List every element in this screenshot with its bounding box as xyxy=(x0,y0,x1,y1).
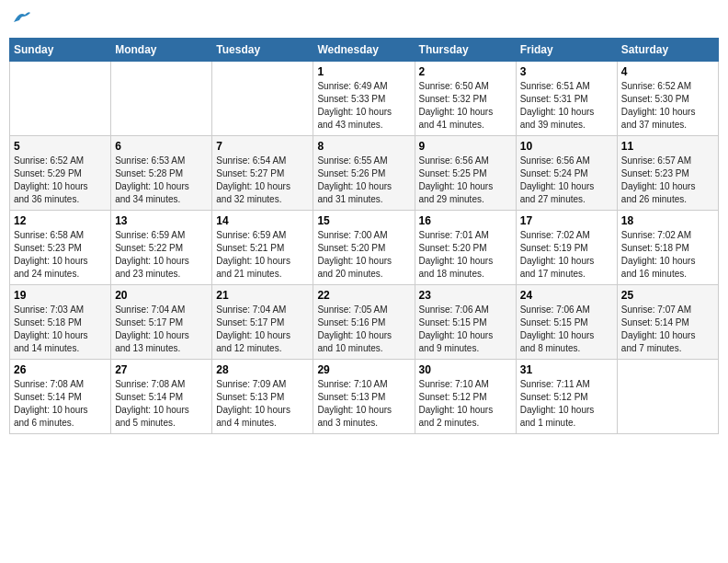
logo-bird-icon xyxy=(12,9,32,30)
weekday-header-friday: Friday xyxy=(516,39,617,62)
calendar-cell: 24Sunrise: 7:06 AM Sunset: 5:15 PM Dayli… xyxy=(516,285,617,360)
day-number: 15 xyxy=(317,214,410,227)
day-number: 20 xyxy=(115,289,208,302)
calendar-week-row: 1Sunrise: 6:49 AM Sunset: 5:33 PM Daylig… xyxy=(10,62,719,136)
calendar-cell: 4Sunrise: 6:52 AM Sunset: 5:30 PM Daylig… xyxy=(617,62,718,136)
day-info: Sunrise: 6:57 AM Sunset: 5:23 PM Dayligh… xyxy=(621,155,714,206)
day-info: Sunrise: 7:11 AM Sunset: 5:12 PM Dayligh… xyxy=(520,378,613,430)
logo xyxy=(9,9,32,30)
day-info: Sunrise: 6:59 AM Sunset: 5:22 PM Dayligh… xyxy=(115,229,208,281)
calendar-cell: 12Sunrise: 6:58 AM Sunset: 5:23 PM Dayli… xyxy=(10,211,111,285)
day-number: 28 xyxy=(216,363,309,376)
day-number: 27 xyxy=(115,363,208,376)
day-number: 2 xyxy=(419,65,512,78)
weekday-header-wednesday: Wednesday xyxy=(313,39,415,62)
calendar-week-row: 26Sunrise: 7:08 AM Sunset: 5:14 PM Dayli… xyxy=(10,360,719,434)
day-number: 7 xyxy=(216,140,309,153)
weekday-header-thursday: Thursday xyxy=(415,39,516,62)
calendar-cell: 15Sunrise: 7:00 AM Sunset: 5:20 PM Dayli… xyxy=(313,211,415,285)
day-number: 22 xyxy=(317,289,410,302)
day-number: 25 xyxy=(621,289,714,302)
day-info: Sunrise: 7:10 AM Sunset: 5:13 PM Dayligh… xyxy=(317,378,410,430)
day-number: 18 xyxy=(621,214,714,227)
day-number: 30 xyxy=(419,363,512,376)
calendar-cell: 2Sunrise: 6:50 AM Sunset: 5:32 PM Daylig… xyxy=(415,62,516,136)
calendar-cell: 7Sunrise: 6:54 AM Sunset: 5:27 PM Daylig… xyxy=(212,136,313,211)
day-info: Sunrise: 6:56 AM Sunset: 5:24 PM Dayligh… xyxy=(520,155,613,206)
calendar-cell xyxy=(10,62,111,136)
day-info: Sunrise: 7:09 AM Sunset: 5:13 PM Dayligh… xyxy=(216,378,309,430)
weekday-header-monday: Monday xyxy=(111,39,212,62)
day-number: 9 xyxy=(419,140,512,153)
calendar-cell xyxy=(212,62,313,136)
day-info: Sunrise: 7:04 AM Sunset: 5:17 PM Dayligh… xyxy=(115,304,208,355)
day-info: Sunrise: 6:53 AM Sunset: 5:28 PM Dayligh… xyxy=(115,155,208,206)
calendar-cell: 26Sunrise: 7:08 AM Sunset: 5:14 PM Dayli… xyxy=(10,360,111,434)
day-info: Sunrise: 7:06 AM Sunset: 5:15 PM Dayligh… xyxy=(520,304,613,355)
day-info: Sunrise: 6:55 AM Sunset: 5:26 PM Dayligh… xyxy=(317,155,410,206)
day-number: 21 xyxy=(216,289,309,302)
calendar-cell: 17Sunrise: 7:02 AM Sunset: 5:19 PM Dayli… xyxy=(516,211,617,285)
day-number: 5 xyxy=(14,140,107,153)
page-header xyxy=(9,9,719,30)
day-info: Sunrise: 7:03 AM Sunset: 5:18 PM Dayligh… xyxy=(14,304,107,355)
day-info: Sunrise: 7:01 AM Sunset: 5:20 PM Dayligh… xyxy=(419,229,512,281)
calendar-cell: 22Sunrise: 7:05 AM Sunset: 5:16 PM Dayli… xyxy=(313,285,415,360)
calendar-week-row: 5Sunrise: 6:52 AM Sunset: 5:29 PM Daylig… xyxy=(10,136,719,211)
weekday-header-saturday: Saturday xyxy=(617,39,718,62)
day-number: 12 xyxy=(14,214,107,227)
calendar-cell: 19Sunrise: 7:03 AM Sunset: 5:18 PM Dayli… xyxy=(10,285,111,360)
calendar-cell: 10Sunrise: 6:56 AM Sunset: 5:24 PM Dayli… xyxy=(516,136,617,211)
day-info: Sunrise: 7:05 AM Sunset: 5:16 PM Dayligh… xyxy=(317,304,410,355)
day-number: 11 xyxy=(621,140,714,153)
calendar-cell: 13Sunrise: 6:59 AM Sunset: 5:22 PM Dayli… xyxy=(111,211,212,285)
calendar-cell: 20Sunrise: 7:04 AM Sunset: 5:17 PM Dayli… xyxy=(111,285,212,360)
day-number: 24 xyxy=(520,289,613,302)
day-info: Sunrise: 7:08 AM Sunset: 5:14 PM Dayligh… xyxy=(115,378,208,430)
day-info: Sunrise: 7:02 AM Sunset: 5:18 PM Dayligh… xyxy=(621,229,714,281)
day-info: Sunrise: 6:54 AM Sunset: 5:27 PM Dayligh… xyxy=(216,155,309,206)
calendar-cell: 28Sunrise: 7:09 AM Sunset: 5:13 PM Dayli… xyxy=(212,360,313,434)
day-info: Sunrise: 6:51 AM Sunset: 5:31 PM Dayligh… xyxy=(520,80,613,132)
calendar-cell: 16Sunrise: 7:01 AM Sunset: 5:20 PM Dayli… xyxy=(415,211,516,285)
calendar-cell: 3Sunrise: 6:51 AM Sunset: 5:31 PM Daylig… xyxy=(516,62,617,136)
calendar-cell: 30Sunrise: 7:10 AM Sunset: 5:12 PM Dayli… xyxy=(415,360,516,434)
calendar-table: SundayMondayTuesdayWednesdayThursdayFrid… xyxy=(9,38,719,434)
day-number: 4 xyxy=(621,65,714,78)
calendar-header-row: SundayMondayTuesdayWednesdayThursdayFrid… xyxy=(10,39,719,62)
weekday-header-sunday: Sunday xyxy=(10,39,111,62)
day-info: Sunrise: 7:10 AM Sunset: 5:12 PM Dayligh… xyxy=(419,378,512,430)
day-number: 8 xyxy=(317,140,410,153)
day-number: 16 xyxy=(419,214,512,227)
day-number: 17 xyxy=(520,214,613,227)
day-number: 14 xyxy=(216,214,309,227)
day-number: 6 xyxy=(115,140,208,153)
day-info: Sunrise: 6:56 AM Sunset: 5:25 PM Dayligh… xyxy=(419,155,512,206)
calendar-cell: 23Sunrise: 7:06 AM Sunset: 5:15 PM Dayli… xyxy=(415,285,516,360)
calendar-cell: 1Sunrise: 6:49 AM Sunset: 5:33 PM Daylig… xyxy=(313,62,415,136)
day-info: Sunrise: 7:02 AM Sunset: 5:19 PM Dayligh… xyxy=(520,229,613,281)
calendar-cell: 14Sunrise: 6:59 AM Sunset: 5:21 PM Dayli… xyxy=(212,211,313,285)
calendar-cell: 21Sunrise: 7:04 AM Sunset: 5:17 PM Dayli… xyxy=(212,285,313,360)
day-info: Sunrise: 6:50 AM Sunset: 5:32 PM Dayligh… xyxy=(419,80,512,132)
calendar-cell: 18Sunrise: 7:02 AM Sunset: 5:18 PM Dayli… xyxy=(617,211,718,285)
weekday-header-tuesday: Tuesday xyxy=(212,39,313,62)
calendar-cell: 5Sunrise: 6:52 AM Sunset: 5:29 PM Daylig… xyxy=(10,136,111,211)
day-number: 19 xyxy=(14,289,107,302)
day-number: 31 xyxy=(520,363,613,376)
calendar-cell: 31Sunrise: 7:11 AM Sunset: 5:12 PM Dayli… xyxy=(516,360,617,434)
calendar-cell: 11Sunrise: 6:57 AM Sunset: 5:23 PM Dayli… xyxy=(617,136,718,211)
day-info: Sunrise: 7:00 AM Sunset: 5:20 PM Dayligh… xyxy=(317,229,410,281)
calendar-cell xyxy=(617,360,718,434)
day-info: Sunrise: 7:06 AM Sunset: 5:15 PM Dayligh… xyxy=(419,304,512,355)
day-info: Sunrise: 6:49 AM Sunset: 5:33 PM Dayligh… xyxy=(317,80,410,132)
day-number: 3 xyxy=(520,65,613,78)
day-info: Sunrise: 7:08 AM Sunset: 5:14 PM Dayligh… xyxy=(14,378,107,430)
day-info: Sunrise: 6:59 AM Sunset: 5:21 PM Dayligh… xyxy=(216,229,309,281)
calendar-cell: 25Sunrise: 7:07 AM Sunset: 5:14 PM Dayli… xyxy=(617,285,718,360)
day-number: 29 xyxy=(317,363,410,376)
day-info: Sunrise: 7:04 AM Sunset: 5:17 PM Dayligh… xyxy=(216,304,309,355)
calendar-cell: 6Sunrise: 6:53 AM Sunset: 5:28 PM Daylig… xyxy=(111,136,212,211)
day-info: Sunrise: 6:58 AM Sunset: 5:23 PM Dayligh… xyxy=(14,229,107,281)
day-number: 23 xyxy=(419,289,512,302)
